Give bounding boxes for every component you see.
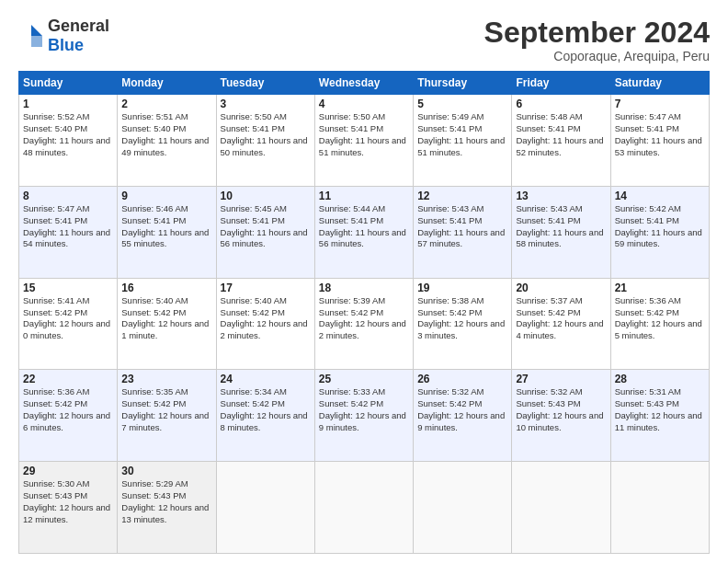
calendar-cell: 1Sunrise: 5:52 AMSunset: 5:40 PMDaylight… xyxy=(19,95,118,187)
month-title: September 2024 xyxy=(484,17,710,49)
day-info: Sunrise: 5:31 AMSunset: 5:43 PMDaylight:… xyxy=(615,386,705,433)
weekday-header-wednesday: Wednesday xyxy=(314,72,413,95)
day-number: 6 xyxy=(516,98,606,110)
day-info: Sunrise: 5:48 AMSunset: 5:41 PMDaylight:… xyxy=(516,111,606,158)
day-info: Sunrise: 5:42 AMSunset: 5:41 PMDaylight:… xyxy=(615,203,705,250)
day-info: Sunrise: 5:32 AMSunset: 5:43 PMDaylight:… xyxy=(516,386,606,433)
calendar-cell: 11Sunrise: 5:44 AMSunset: 5:41 PMDayligh… xyxy=(314,186,413,278)
calendar-cell: 7Sunrise: 5:47 AMSunset: 5:41 PMDaylight… xyxy=(610,95,709,187)
day-number: 12 xyxy=(417,190,507,202)
day-info: Sunrise: 5:43 AMSunset: 5:41 PMDaylight:… xyxy=(516,203,606,250)
day-info: Sunrise: 5:51 AMSunset: 5:40 PMDaylight:… xyxy=(121,111,211,158)
day-number: 30 xyxy=(121,465,211,477)
day-number: 5 xyxy=(417,98,507,110)
day-info: Sunrise: 5:36 AMSunset: 5:42 PMDaylight:… xyxy=(615,295,705,342)
day-info: Sunrise: 5:33 AMSunset: 5:42 PMDaylight:… xyxy=(319,386,409,433)
day-number: 26 xyxy=(417,373,507,385)
day-number: 23 xyxy=(121,373,211,385)
day-number: 29 xyxy=(23,465,113,477)
day-number: 17 xyxy=(221,282,311,294)
day-info: Sunrise: 5:37 AMSunset: 5:42 PMDaylight:… xyxy=(516,295,606,342)
day-number: 3 xyxy=(221,98,311,110)
day-info: Sunrise: 5:43 AMSunset: 5:41 PMDaylight:… xyxy=(417,203,507,250)
calendar-cell: 9Sunrise: 5:46 AMSunset: 5:41 PMDaylight… xyxy=(118,186,216,278)
day-info: Sunrise: 5:47 AMSunset: 5:41 PMDaylight:… xyxy=(615,111,705,158)
day-info: Sunrise: 5:50 AMSunset: 5:41 PMDaylight:… xyxy=(221,111,311,158)
day-info: Sunrise: 5:44 AMSunset: 5:41 PMDaylight:… xyxy=(319,203,409,250)
weekday-header-tuesday: Tuesday xyxy=(216,72,314,95)
svg-marker-0 xyxy=(31,25,42,36)
logo-blue-text: Blue xyxy=(48,36,84,54)
calendar-cell: 3Sunrise: 5:50 AMSunset: 5:41 PMDaylight… xyxy=(216,95,314,187)
day-info: Sunrise: 5:32 AMSunset: 5:42 PMDaylight:… xyxy=(417,386,507,433)
calendar-cell: 20Sunrise: 5:37 AMSunset: 5:42 PMDayligh… xyxy=(512,278,610,370)
day-info: Sunrise: 5:40 AMSunset: 5:42 PMDaylight:… xyxy=(221,295,311,342)
day-number: 14 xyxy=(615,190,705,202)
day-number: 16 xyxy=(121,282,211,294)
day-number: 25 xyxy=(319,373,409,385)
calendar-cell: 12Sunrise: 5:43 AMSunset: 5:41 PMDayligh… xyxy=(414,186,512,278)
day-number: 2 xyxy=(121,98,211,110)
day-info: Sunrise: 5:40 AMSunset: 5:42 PMDaylight:… xyxy=(121,295,211,342)
day-number: 20 xyxy=(516,282,606,294)
day-number: 24 xyxy=(221,373,311,385)
day-number: 8 xyxy=(23,190,113,202)
day-number: 10 xyxy=(221,190,311,202)
weekday-header-monday: Monday xyxy=(118,72,216,95)
calendar-cell: 27Sunrise: 5:32 AMSunset: 5:43 PMDayligh… xyxy=(512,370,610,462)
calendar-cell: 18Sunrise: 5:39 AMSunset: 5:42 PMDayligh… xyxy=(314,278,413,370)
calendar-cell: 21Sunrise: 5:36 AMSunset: 5:42 PMDayligh… xyxy=(610,278,709,370)
logo-icon xyxy=(18,23,44,49)
calendar-cell xyxy=(414,462,512,554)
day-info: Sunrise: 5:49 AMSunset: 5:41 PMDaylight:… xyxy=(417,111,507,158)
calendar-cell: 15Sunrise: 5:41 AMSunset: 5:42 PMDayligh… xyxy=(19,278,118,370)
calendar-cell: 4Sunrise: 5:50 AMSunset: 5:41 PMDaylight… xyxy=(314,95,413,187)
day-number: 27 xyxy=(516,373,606,385)
day-number: 22 xyxy=(23,373,113,385)
day-info: Sunrise: 5:38 AMSunset: 5:42 PMDaylight:… xyxy=(417,295,507,342)
calendar-cell: 13Sunrise: 5:43 AMSunset: 5:41 PMDayligh… xyxy=(512,186,610,278)
day-info: Sunrise: 5:45 AMSunset: 5:41 PMDaylight:… xyxy=(221,203,311,250)
calendar-table: SundayMondayTuesdayWednesdayThursdayFrid… xyxy=(18,71,710,554)
calendar-cell: 23Sunrise: 5:35 AMSunset: 5:42 PMDayligh… xyxy=(118,370,216,462)
day-info: Sunrise: 5:47 AMSunset: 5:41 PMDaylight:… xyxy=(23,203,113,250)
calendar-cell: 30Sunrise: 5:29 AMSunset: 5:43 PMDayligh… xyxy=(118,462,216,554)
calendar-cell xyxy=(512,462,610,554)
day-number: 15 xyxy=(23,282,113,294)
calendar-cell: 2Sunrise: 5:51 AMSunset: 5:40 PMDaylight… xyxy=(118,95,216,187)
logo: General Blue xyxy=(18,17,109,55)
day-number: 7 xyxy=(615,98,705,110)
header-right: September 2024 Coporaque, Arequipa, Peru xyxy=(484,17,710,63)
svg-marker-1 xyxy=(31,36,42,47)
day-number: 21 xyxy=(615,282,705,294)
calendar-cell: 25Sunrise: 5:33 AMSunset: 5:42 PMDayligh… xyxy=(314,370,413,462)
calendar-cell: 16Sunrise: 5:40 AMSunset: 5:42 PMDayligh… xyxy=(118,278,216,370)
calendar-cell xyxy=(216,462,314,554)
day-number: 9 xyxy=(121,190,211,202)
calendar-cell: 26Sunrise: 5:32 AMSunset: 5:42 PMDayligh… xyxy=(414,370,512,462)
weekday-header-thursday: Thursday xyxy=(414,72,512,95)
calendar-cell: 8Sunrise: 5:47 AMSunset: 5:41 PMDaylight… xyxy=(19,186,118,278)
calendar-cell: 14Sunrise: 5:42 AMSunset: 5:41 PMDayligh… xyxy=(610,186,709,278)
calendar-cell: 24Sunrise: 5:34 AMSunset: 5:42 PMDayligh… xyxy=(216,370,314,462)
day-number: 11 xyxy=(319,190,409,202)
day-info: Sunrise: 5:35 AMSunset: 5:42 PMDaylight:… xyxy=(121,386,211,433)
day-number: 19 xyxy=(417,282,507,294)
calendar-cell xyxy=(610,462,709,554)
day-info: Sunrise: 5:41 AMSunset: 5:42 PMDaylight:… xyxy=(23,295,113,342)
calendar-cell: 5Sunrise: 5:49 AMSunset: 5:41 PMDaylight… xyxy=(414,95,512,187)
day-info: Sunrise: 5:50 AMSunset: 5:41 PMDaylight:… xyxy=(319,111,409,158)
weekday-header-sunday: Sunday xyxy=(19,72,118,95)
calendar-cell xyxy=(314,462,413,554)
day-info: Sunrise: 5:46 AMSunset: 5:41 PMDaylight:… xyxy=(121,203,211,250)
calendar-cell: 10Sunrise: 5:45 AMSunset: 5:41 PMDayligh… xyxy=(216,186,314,278)
day-info: Sunrise: 5:39 AMSunset: 5:42 PMDaylight:… xyxy=(319,295,409,342)
day-info: Sunrise: 5:29 AMSunset: 5:43 PMDaylight:… xyxy=(121,478,211,525)
calendar-cell: 6Sunrise: 5:48 AMSunset: 5:41 PMDaylight… xyxy=(512,95,610,187)
day-number: 18 xyxy=(319,282,409,294)
calendar-cell: 29Sunrise: 5:30 AMSunset: 5:43 PMDayligh… xyxy=(19,462,118,554)
weekday-header-saturday: Saturday xyxy=(610,72,709,95)
location: Coporaque, Arequipa, Peru xyxy=(484,49,710,63)
day-number: 28 xyxy=(615,373,705,385)
calendar-cell: 17Sunrise: 5:40 AMSunset: 5:42 PMDayligh… xyxy=(216,278,314,370)
